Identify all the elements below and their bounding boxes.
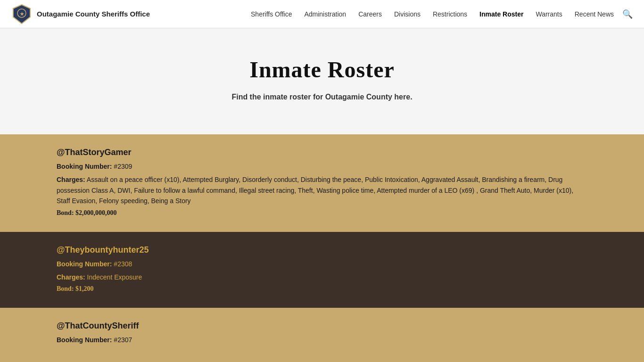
- roster-list: @ThatStoryGamerBooking Number: #2309Char…: [0, 134, 644, 362]
- nav-link-restrictions[interactable]: Restrictions: [428, 8, 472, 21]
- entry-charges-row: Charges: Assault on a peace officer (x10…: [57, 174, 587, 206]
- booking-number: #2308: [114, 260, 132, 268]
- search-button[interactable]: 🔍: [622, 9, 633, 19]
- nav-link-sheriffs-office[interactable]: Sheriffs Office: [246, 8, 297, 21]
- booking-label: Booking Number:: [57, 336, 112, 344]
- charges-value: Indecent Exposure: [87, 273, 142, 281]
- search-icon: 🔍: [622, 9, 633, 19]
- entry-username: @ThatCountySheriff: [57, 321, 587, 331]
- entry-booking-row: Booking Number: #2308: [57, 259, 587, 269]
- entry-booking-row: Booking Number: #2309: [57, 161, 587, 172]
- sheriff-logo: ★: [11, 4, 32, 25]
- roster-entry: @Theybountyhunter25Booking Number: #2308…: [0, 232, 644, 308]
- booking-label: Booking Number:: [57, 163, 112, 170]
- nav-links: Sheriffs OfficeAdministrationCareersDivi…: [169, 8, 619, 21]
- navbar: ★ Outagamie County Sheriffs Office Sheri…: [0, 0, 644, 28]
- page-title: Inmate Roster: [19, 57, 625, 82]
- svg-text:★: ★: [20, 11, 25, 16]
- entry-username: @Theybountyhunter25: [57, 245, 587, 255]
- nav-link-inmate-roster[interactable]: Inmate Roster: [475, 8, 528, 21]
- brand-name: Outagamie County Sheriffs Office: [37, 10, 150, 18]
- nav-link-administration[interactable]: Administration: [299, 8, 351, 21]
- nav-link-careers[interactable]: Careers: [354, 8, 387, 21]
- entry-username: @ThatStoryGamer: [57, 148, 587, 157]
- booking-number: #2309: [114, 163, 132, 170]
- hero-section: Inmate Roster Find the inmate roster for…: [0, 28, 644, 134]
- charges-label: Charges:: [57, 273, 85, 281]
- nav-link-divisions[interactable]: Divisions: [389, 8, 425, 21]
- booking-label: Booking Number:: [57, 260, 112, 268]
- charges-label: Charges:: [57, 176, 85, 183]
- entry-booking-row: Booking Number: #2307: [57, 335, 587, 345]
- roster-entry: @ThatStoryGamerBooking Number: #2309Char…: [0, 134, 644, 232]
- entry-bond: Bond: $1,200: [57, 285, 587, 293]
- nav-link-recent-news[interactable]: Recent News: [570, 8, 619, 21]
- roster-entry: @ThatCountySheriffBooking Number: #2307: [0, 308, 644, 362]
- nav-link-warrants[interactable]: Warrants: [531, 8, 567, 21]
- entry-charges-row: Charges: Indecent Exposure: [57, 272, 587, 282]
- brand-link[interactable]: ★ Outagamie County Sheriffs Office: [11, 4, 150, 25]
- entry-bond: Bond: $2,000,000,000: [57, 209, 587, 217]
- charges-value: Assault on a peace officer (x10), Attemp…: [57, 176, 573, 205]
- page-subtitle: Find the inmate roster for Outagamie Cou…: [19, 93, 625, 101]
- booking-number: #2307: [114, 336, 132, 344]
